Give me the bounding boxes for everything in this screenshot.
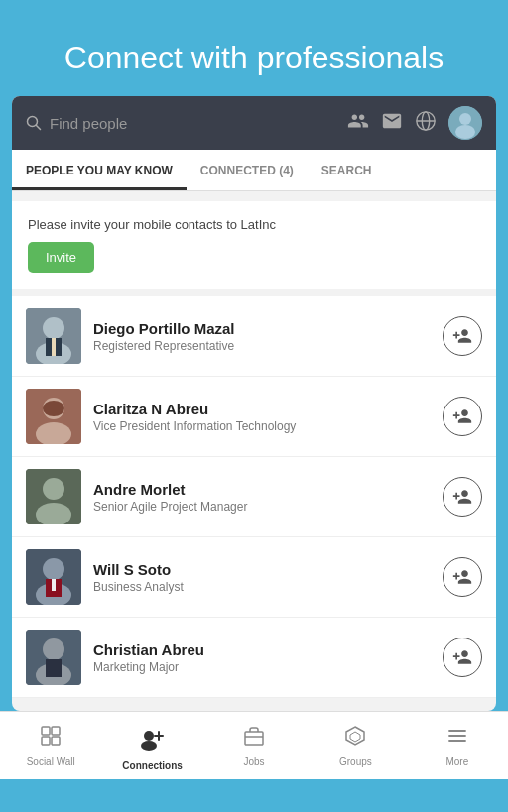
invite-button[interactable]: Invite: [28, 242, 94, 273]
svg-point-34: [141, 741, 157, 751]
jobs-label: Jobs: [243, 756, 264, 767]
invite-banner: Please invite your mobile contacts to La…: [12, 201, 496, 289]
connect-button[interactable]: [443, 557, 482, 597]
person-info: Andre Morlet Senior Agile Project Manage…: [93, 481, 431, 514]
avatar: [26, 549, 81, 605]
person-name: Will S Soto: [93, 561, 431, 578]
groups-icon: [343, 724, 367, 754]
svg-rect-28: [46, 659, 62, 677]
connect-button[interactable]: [443, 477, 482, 517]
main-card: PEOPLE YOU MAY KNOW CONNECTED (4) SEARCH…: [12, 96, 496, 711]
svg-point-26: [43, 638, 64, 660]
page-title: Connect with professionals: [20, 40, 488, 76]
globe-icon[interactable]: [415, 110, 437, 137]
bottom-nav-jobs[interactable]: Jobs: [203, 720, 305, 775]
svg-line-1: [37, 126, 41, 130]
svg-rect-12: [52, 338, 56, 356]
svg-rect-32: [52, 737, 60, 745]
add-connection-icon[interactable]: [347, 110, 369, 137]
svg-rect-30: [52, 727, 60, 735]
svg-point-6: [459, 113, 471, 125]
list-item: Andre Morlet Senior Agile Project Manage…: [12, 457, 496, 537]
jobs-icon: [242, 724, 266, 754]
svg-point-7: [455, 125, 475, 139]
svg-rect-37: [245, 732, 263, 745]
bottom-nav-more[interactable]: More: [407, 720, 508, 775]
person-title: Vice President Information Technology: [93, 419, 431, 433]
more-icon: [445, 724, 469, 754]
avatar: [26, 630, 81, 685]
social-wall-icon: [39, 724, 63, 754]
header-section: Connect with professionals: [0, 0, 508, 96]
person-info: Diego Portillo Mazal Registered Represen…: [93, 320, 431, 353]
svg-marker-40: [350, 732, 360, 742]
svg-rect-24: [52, 579, 56, 591]
search-bar: [12, 96, 496, 150]
search-input[interactable]: [50, 115, 337, 132]
groups-label: Groups: [339, 756, 372, 767]
search-input-wrapper: [26, 115, 337, 132]
list-item: Diego Portillo Mazal Registered Represen…: [12, 296, 496, 377]
svg-rect-31: [42, 737, 50, 745]
connections-icon: [139, 724, 167, 757]
invite-text: Please invite your mobile contacts to La…: [28, 217, 480, 232]
tab-connected[interactable]: CONNECTED (4): [187, 150, 308, 190]
person-name: Claritza N Abreu: [93, 401, 431, 417]
person-name: Diego Portillo Mazal: [93, 320, 431, 337]
messages-icon[interactable]: [381, 110, 403, 137]
person-info: Will S Soto Business Analyst: [93, 561, 431, 594]
bottom-nav: Social Wall Connections Jobs: [0, 711, 508, 779]
svg-point-16: [43, 401, 64, 416]
list-item: Claritza N Abreu Vice President Informat…: [12, 377, 496, 457]
social-wall-label: Social Wall: [27, 756, 75, 767]
user-avatar[interactable]: [448, 106, 482, 140]
list-item: Will S Soto Business Analyst: [12, 537, 496, 618]
person-title: Registered Representative: [93, 339, 431, 353]
person-name: Christian Abreu: [93, 641, 431, 658]
person-title: Senior Agile Project Manager: [93, 500, 431, 514]
svg-point-9: [43, 317, 64, 339]
bottom-nav-groups[interactable]: Groups: [305, 720, 406, 775]
nav-icons: [347, 106, 482, 140]
bottom-nav-social-wall[interactable]: Social Wall: [0, 720, 101, 775]
tab-people-you-may-know[interactable]: PEOPLE YOU MAY KNOW: [12, 150, 187, 190]
list-item: Christian Abreu Marketing Major: [12, 618, 496, 698]
person-name: Andre Morlet: [93, 481, 431, 498]
avatar: [26, 308, 81, 364]
more-label: More: [445, 756, 468, 767]
avatar: [26, 389, 81, 444]
connect-button[interactable]: [443, 638, 482, 677]
svg-point-18: [43, 478, 64, 500]
person-info: Claritza N Abreu Vice President Informat…: [93, 401, 431, 433]
person-title: Business Analyst: [93, 580, 431, 594]
svg-rect-29: [42, 727, 50, 735]
person-info: Christian Abreu Marketing Major: [93, 641, 431, 674]
avatar: [26, 469, 81, 524]
tabs-bar: PEOPLE YOU MAY KNOW CONNECTED (4) SEARCH: [12, 150, 496, 191]
connections-label: Connections: [122, 760, 183, 771]
svg-point-33: [144, 731, 154, 741]
search-icon: [26, 115, 42, 131]
connect-button[interactable]: [443, 316, 482, 356]
connect-button[interactable]: [443, 397, 482, 436]
person-title: Marketing Major: [93, 660, 431, 674]
svg-point-21: [43, 558, 64, 580]
tab-search[interactable]: SEARCH: [308, 150, 386, 190]
people-list: Diego Portillo Mazal Registered Represen…: [12, 296, 496, 698]
bottom-nav-connections[interactable]: Connections: [101, 720, 202, 775]
